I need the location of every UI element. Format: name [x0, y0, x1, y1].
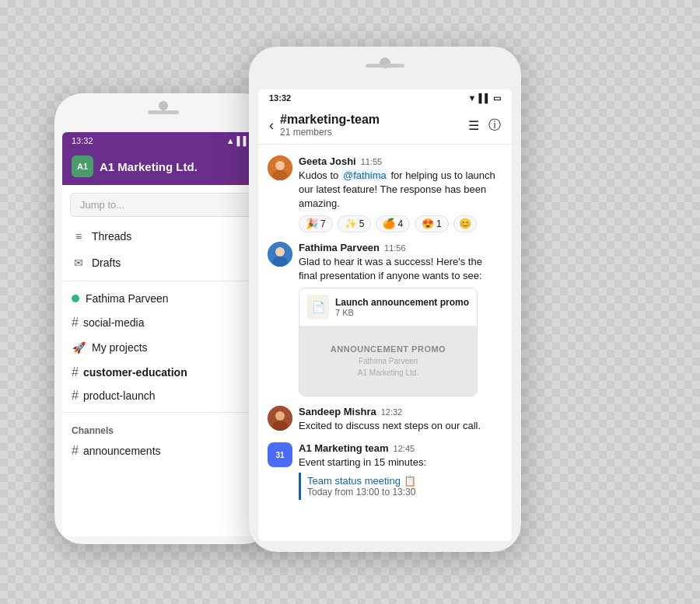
msg-time-geeta: 11:55 [361, 157, 383, 166]
drafts-nav-item[interactable]: ✉ Drafts [62, 250, 264, 276]
msg-content-fathima: Fathima Parveen 11:56 Glad to hear it wa… [299, 242, 502, 396]
reaction-sparkle[interactable]: ✨ 5 [338, 215, 372, 232]
dm-fathima[interactable]: Fathima Parveen [62, 286, 264, 311]
back-phone-camera [159, 101, 168, 110]
header-right: ☰ ⓘ [468, 117, 501, 134]
channel-name: #marketing-team [280, 113, 380, 127]
avatar-img-geeta [268, 155, 292, 180]
workspace-avatar: A1 [72, 155, 93, 177]
msg-time-a1: 12:45 [394, 444, 415, 453]
back-time: 13:32 [72, 136, 93, 145]
channel-announcements[interactable]: # announcements [62, 439, 264, 463]
members-count: 21 members [280, 127, 380, 138]
info-icon[interactable]: ⓘ [488, 117, 501, 134]
msg-time-sandeep: 12:32 [381, 407, 403, 417]
msg-content-a1: A1 Marketing team 12:45 Event starting i… [299, 442, 502, 500]
msg-author-fathima: Fathima Parveen [299, 242, 380, 253]
rocket-icon: 🚀 [72, 340, 86, 354]
channel-name: announcements [83, 445, 161, 457]
file-header: 📄 Launch announcement promo 7 KB [299, 288, 477, 326]
front-time: 13:32 [269, 93, 291, 103]
back-phone-screen: 13:32 ▲ ▌▌▌ A1 A1 Marketing Ltd. Jump to… [62, 132, 264, 536]
dm-name: Fathima Parveen [86, 292, 169, 305]
svg-point-7 [275, 411, 285, 421]
threads-icon: ≡ [72, 229, 86, 243]
msg-content-geeta: Geeta Joshi 11:55 Kudos to @fathima for … [299, 155, 502, 232]
calendar-event[interactable]: Team status meeting 📋 Today from 13:00 t… [299, 473, 502, 500]
event-time: Today from 13:00 to 13:30 [307, 487, 502, 498]
mention-fathima[interactable]: @fathima [341, 169, 388, 181]
message-sandeep: Sandeep Mishra 12:32 Excited to discuss … [258, 401, 512, 438]
wifi-icon: ▼ [468, 93, 477, 103]
msg-header-fathima: Fathima Parveen 11:56 [299, 242, 502, 253]
back-phone-speaker [148, 110, 179, 114]
hash-icon: # [72, 365, 79, 379]
avatar-img-fathima [268, 242, 292, 267]
file-attachment[interactable]: 📄 Launch announcement promo 7 KB ANNOUNC… [299, 288, 478, 396]
file-preview-sub2: A1 Marketing Ltd. [358, 368, 418, 377]
channel-header: ‹ #marketing-team 21 members ☰ ⓘ [258, 106, 512, 145]
drafts-icon: ✉ [72, 256, 86, 270]
back-button[interactable]: ‹ [269, 117, 274, 134]
msg-author-a1: A1 Marketing team [299, 442, 389, 454]
channels-section-label: Channels [62, 417, 264, 439]
file-preview-sub1: Fathima Parveen [359, 357, 418, 365]
msg-header-sandeep: Sandeep Mishra 12:32 [299, 406, 502, 417]
msg-text-sandeep: Excited to discuss next steps on our cal… [299, 419, 502, 433]
workspace-title: A1 Marketing Ltd. [100, 160, 198, 173]
avatar-geeta [268, 155, 292, 180]
channel-customer-education[interactable]: # customer-education [62, 361, 264, 384]
msg-text-a1: Event starting in 15 minutes: [299, 456, 502, 470]
phones-container: 13:32 ▲ ▌▌▌ A1 A1 Marketing Ltd. Jump to… [31, 16, 669, 591]
threads-nav-item[interactable]: ≡ Threads [62, 223, 264, 250]
online-indicator [72, 295, 79, 302]
phone-back: 13:32 ▲ ▌▌▌ A1 A1 Marketing Ltd. Jump to… [54, 93, 272, 544]
channel-info: #marketing-team 21 members [280, 113, 380, 138]
avatar-img-sandeep [268, 406, 292, 431]
file-preview-text: ANNOUNCEMENT PROMO [331, 344, 446, 354]
jump-to-input[interactable]: Jump to... [70, 193, 257, 217]
msg-author-geeta: Geeta Joshi [299, 155, 356, 167]
hash-icon: # [72, 444, 79, 458]
phone-front: 13:32 ▼ ▌▌ ▭ ‹ #marketing-team 21 member… [249, 47, 521, 552]
file-name: Launch announcement promo [335, 297, 469, 308]
channel-product-launch[interactable]: # product-launch [62, 384, 264, 407]
msg-author-sandeep: Sandeep Mishra [299, 406, 376, 417]
front-status-bar: 13:32 ▼ ▌▌ ▭ [258, 89, 512, 106]
front-status-icons: ▼ ▌▌ ▭ [468, 93, 501, 103]
file-icon: 📄 [307, 295, 329, 319]
back-status-bar: 13:32 ▲ ▌▌▌ [62, 132, 264, 149]
avatar-fathima [268, 242, 292, 267]
reaction-party[interactable]: 🎉 7 [299, 215, 333, 232]
msg-header-a1: A1 Marketing team 12:45 [299, 442, 502, 454]
reaction-heart-eyes[interactable]: 😍 1 [415, 215, 449, 232]
hash-icon: # [72, 389, 79, 403]
msg-time-fathima: 11:56 [384, 243, 406, 253]
channel-name: product-launch [83, 389, 156, 402]
hash-icon: # [72, 316, 79, 330]
svg-point-4 [275, 247, 285, 257]
svg-point-1 [275, 161, 285, 170]
message-geeta: Geeta Joshi 11:55 Kudos to @fathima for … [258, 151, 512, 237]
msg-header-geeta: Geeta Joshi 11:55 [299, 155, 502, 167]
back-header: A1 A1 Marketing Ltd. [62, 149, 264, 185]
msg-text-fathima: Glad to hear it was a success! Here's th… [299, 255, 502, 283]
header-left: ‹ #marketing-team 21 members [269, 113, 380, 138]
file-details: Launch announcement promo 7 KB [335, 297, 469, 317]
my-projects-item[interactable]: 🚀 My projects [62, 334, 264, 361]
signal-bars-icon: ▌▌ [478, 93, 491, 103]
file-preview: ANNOUNCEMENT PROMO Fathima Parveen A1 Ma… [299, 326, 477, 396]
reaction-orange[interactable]: 🍊 4 [376, 215, 410, 232]
chat-area: Geeta Joshi 11:55 Kudos to @fathima for … [258, 145, 512, 534]
divider [62, 412, 264, 413]
add-reaction-button[interactable]: 😊 [453, 215, 477, 232]
file-size: 7 KB [335, 308, 469, 317]
projects-label: My projects [92, 341, 148, 354]
reactions-geeta: 🎉 7 ✨ 5 🍊 4 [299, 215, 502, 232]
event-title: Team status meeting 📋 [307, 475, 502, 487]
drafts-label: Drafts [92, 257, 121, 269]
search-lines-icon[interactable]: ☰ [468, 118, 479, 133]
avatar-a1: 31 [268, 442, 292, 467]
msg-content-sandeep: Sandeep Mishra 12:32 Excited to discuss … [299, 406, 502, 433]
channel-social-media[interactable]: # social-media [62, 311, 264, 334]
